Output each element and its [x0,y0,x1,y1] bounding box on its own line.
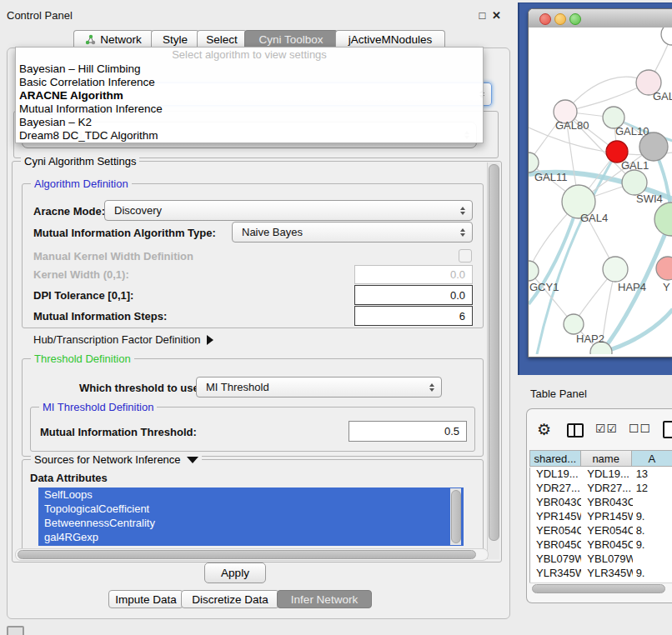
network-node-label: HAP2 [576,332,604,345]
network-canvas-svg[interactable]: GALGAL80GAL10GAL1GAL11SWI4GAL4GCY1HAP4YH… [529,28,672,354]
data-attributes-list[interactable]: SelfLoopsTopologicalCoefficientBetweenne… [38,488,464,546]
tab-label: Infer Network [291,593,358,606]
network-window: GALGAL80GAL10GAL1GAL11SWI4GAL4GCY1HAP4YH… [528,8,672,358]
network-node-hap2[interactable] [564,314,584,334]
tab-jactivemnodules[interactable]: jActiveMNodules [335,30,445,48]
hub-definition-expander[interactable]: Hub/Transcription Factor Definition [33,333,213,346]
tab-label: Select [206,33,238,46]
minimize-traffic-icon[interactable] [554,13,566,25]
attribute-list-item[interactable]: SelfLoops [38,488,464,502]
table-row[interactable]: YDR27...YDR27...12 [530,482,672,496]
table-row[interactable]: YBR045CYBR045C9. [530,538,672,552]
scrollbar-thumb[interactable] [18,550,476,559]
table-row[interactable]: YBL079WYBL079W [530,552,672,567]
tab-select[interactable]: Select [197,30,247,48]
network-node-hap4[interactable] [603,257,628,282]
popup-placeholder: Select algorithm to view settings [16,48,483,62]
column-header-partial[interactable]: A [632,450,672,467]
network-node-label: GAL4 [580,212,608,224]
popup-item[interactable]: Basic Correlation Inference [16,76,483,89]
table-body[interactable]: YDL19...YDL19...13YDR27...YDR27...12YBR0… [529,468,672,584]
network-node-label: GAL10 [615,125,649,138]
table-row[interactable]: YDL19...YDL19...13 [530,468,672,482]
tab-cyni-toolbox[interactable]: Cyni Toolbox [244,30,338,48]
network-node-swi4[interactable] [622,170,647,195]
combo-arrows-icon [429,383,434,392]
apply-button[interactable]: Apply [204,562,266,583]
tab-discretize-data[interactable]: Discretize Data [181,590,279,608]
aracne-mode-combo[interactable]: Discovery [104,200,473,221]
tab-impute-data[interactable]: Impute Data [108,590,183,608]
unchecked-boxes-icon[interactable]: ☐☐ [629,422,651,435]
which-threshold-combo[interactable]: MI Threshold [196,377,442,398]
table-cell: YLR345W [530,567,581,581]
table-cell: YDL19... [530,468,581,482]
table-cell: YBR043C [581,496,632,510]
tab-label: Impute Data [115,593,177,606]
mi-type-combo[interactable]: Naive Bayes [232,222,473,242]
network-edge [565,82,649,112]
popup-item[interactable]: Mutual Information Inference [16,102,483,116]
table-cell: 13 [633,468,672,482]
table-cell: 9. [633,567,672,581]
column-header-shared-name[interactable]: shared... [529,450,581,467]
mi-type-label: Mutual Information Algorithm Type: [33,227,216,239]
network-window-titlebar[interactable] [529,9,672,28]
kernel-width-field[interactable]: 0.0 [354,265,473,284]
attributes-vertical-scrollbar[interactable] [450,488,461,545]
scrollbar-thumb[interactable] [532,584,665,593]
table-cell [633,552,672,567]
table-row[interactable]: YPR145WYPR145W9. [530,510,672,524]
network-node-gcy1[interactable] [529,261,539,281]
table-cell: YPR145W [530,510,581,524]
sources-expander[interactable]: Sources for Network Inference [31,453,202,466]
settings-horizontal-scrollbar[interactable] [15,548,489,561]
dpi-tolerance-field[interactable]: 0.0 [354,285,473,305]
table-cell: YLR345W [581,567,632,581]
close-traffic-icon[interactable] [539,13,551,25]
mi-steps-field[interactable]: 6 [354,306,473,326]
zoom-traffic-icon[interactable] [569,13,581,25]
table-row[interactable]: YLR345WYLR345W9. [530,567,672,581]
scrollbar-thumb[interactable] [451,490,461,543]
column-header-name[interactable]: name [581,450,632,467]
network-node-right-big[interactable] [654,202,672,236]
table-cell: YBR045C [581,538,632,552]
mi-threshold-field[interactable]: 0.5 [349,421,467,442]
gear-icon[interactable]: ⚙ [537,420,551,439]
network-node-top-partial[interactable] [661,28,672,45]
table-cell [633,496,672,510]
group-title: Algorithm Definition [31,178,132,190]
table-row[interactable]: YBR043CYBR043C [530,496,672,510]
scrollbar-thumb[interactable] [489,164,499,541]
attribute-list-item[interactable]: TopologicalCoefficient [38,502,464,516]
docked-panel-icon[interactable] [7,626,24,635]
popup-item[interactable]: Bayesian – Hill Climbing [16,62,483,76]
table-cell: YER054C [530,524,581,538]
table-cell: YBR043C [530,496,581,510]
network-node-salmon[interactable] [656,257,672,280]
popup-item[interactable]: ARACNE Algorithm [16,89,483,102]
tab-network[interactable]: Network [73,30,153,48]
float-window-icon[interactable]: □ [477,10,488,21]
manual-kernel-label: Manual Kernel Width Definition [33,250,193,262]
document-icon[interactable] [663,421,672,438]
tab-infer-network[interactable]: Infer Network [277,590,372,608]
algorithm-popup-list: Bayesian – Hill ClimbingBasic Correlatio… [16,62,483,142]
manual-kernel-checkbox[interactable] [459,249,472,262]
table-row[interactable]: YER054CYER054C8. [530,524,672,538]
attribute-list-item[interactable]: gal4RGexp [38,530,464,544]
popup-item[interactable]: Bayesian – K2 [16,116,483,129]
table-horizontal-scrollbar[interactable] [529,582,672,594]
combo-arrows-icon [460,228,465,237]
split-columns-icon[interactable] [567,423,584,438]
tab-style[interactable]: Style [151,30,199,48]
attribute-list-item[interactable]: BetweennessCentrality [38,516,464,530]
settings-vertical-scrollbar[interactable] [487,162,499,559]
tab-label: jActiveMNodules [349,33,433,46]
popup-item[interactable]: Dream8 DC_TDC Algorithm [16,129,483,142]
close-icon[interactable]: ✕ [491,10,502,21]
checked-boxes-icon[interactable]: ☑☑ [595,422,618,435]
kernel-width-label: Kernel Width (0,1): [33,268,129,281]
table-cell: YBL079W [530,552,581,567]
